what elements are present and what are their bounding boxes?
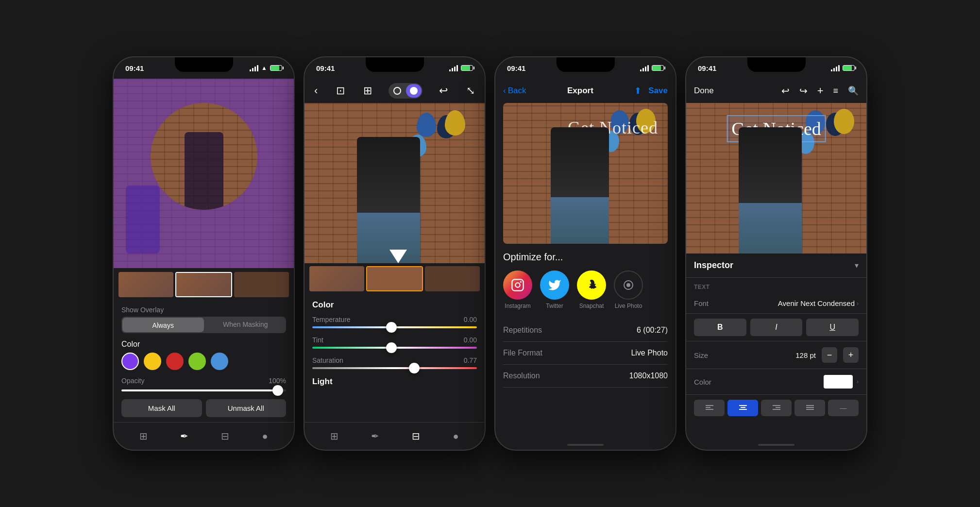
svg-rect-10 xyxy=(776,407,780,408)
twitter-item[interactable]: Twitter xyxy=(540,270,569,309)
svg-rect-6 xyxy=(739,405,747,406)
thumbnail-2-active[interactable] xyxy=(175,272,232,297)
optimize-section: Optimize for... Instagram xyxy=(495,244,676,440)
battery-icon-1 xyxy=(270,65,282,71)
align-left-button[interactable] xyxy=(694,400,725,416)
opacity-label: Opacity xyxy=(121,377,144,385)
overlay-toggle[interactable]: Always When Masking xyxy=(121,317,286,333)
temperature-slider[interactable] xyxy=(312,326,477,328)
notch-3 xyxy=(557,57,615,72)
svg-rect-7 xyxy=(741,407,745,408)
brush-icon[interactable]: ✒ xyxy=(178,428,190,444)
sliders-icon[interactable]: ⊟ xyxy=(219,428,231,444)
undo-icon[interactable]: ↩ xyxy=(437,83,450,99)
circle-icon-2[interactable]: ● xyxy=(451,429,460,444)
photo-canvas-1[interactable] xyxy=(114,79,294,268)
align-justify-button[interactable] xyxy=(794,400,825,416)
back-button[interactable]: ‹ Back xyxy=(503,86,526,96)
instagram-item[interactable]: Instagram xyxy=(503,270,532,309)
thumb2-2-active[interactable] xyxy=(366,266,423,291)
opacity-slider[interactable] xyxy=(121,389,286,391)
decrease-size-button[interactable]: − xyxy=(822,347,837,363)
text-section-label: TEXT xyxy=(686,278,866,293)
tint-slider[interactable] xyxy=(312,347,477,349)
share-icon[interactable]: ⬆ xyxy=(634,85,642,96)
redo-icon-4[interactable]: ↪ xyxy=(799,85,808,97)
livephoto-item[interactable]: Live Photo xyxy=(614,270,643,309)
signal-bars-2 xyxy=(449,65,458,71)
opacity-thumb[interactable] xyxy=(272,385,283,396)
sliders-icon-2[interactable]: ⊟ xyxy=(410,428,422,444)
snapchat-item[interactable]: Snapchat xyxy=(577,270,606,309)
tint-thumb[interactable] xyxy=(386,342,397,353)
svg-point-2 xyxy=(520,281,522,283)
tint-row: Tint 0.00 xyxy=(312,336,477,349)
italic-button[interactable]: I xyxy=(750,319,803,336)
resolution-row: Resolution 1080x1080 xyxy=(503,365,668,388)
increase-size-button[interactable]: + xyxy=(843,347,859,363)
resolution-value: 1080x1080 xyxy=(629,372,668,380)
back-chevron-2[interactable]: ‹ xyxy=(312,83,320,99)
list-icon-4[interactable]: ≡ xyxy=(833,86,838,96)
font-chevron-icon: › xyxy=(857,300,859,307)
color-swatch[interactable] xyxy=(824,375,853,389)
expand-icon[interactable]: ⤡ xyxy=(464,83,477,99)
done-button[interactable]: Done xyxy=(694,86,714,96)
temperature-thumb[interactable] xyxy=(386,322,397,333)
battery-icon-2 xyxy=(461,65,473,71)
photo-canvas-2[interactable] xyxy=(304,103,485,263)
search-icon-4[interactable]: 🔍 xyxy=(848,85,859,96)
brush-icon-2[interactable]: ✒ xyxy=(369,428,381,444)
mask-all-button[interactable]: Mask All xyxy=(121,399,202,417)
notch-2 xyxy=(366,57,424,72)
thumbnail-3[interactable] xyxy=(234,272,289,297)
swatch-purple[interactable] xyxy=(121,353,139,370)
original-view-btn[interactable] xyxy=(389,84,405,98)
circle-icon[interactable]: ● xyxy=(260,429,270,444)
thumb2-3[interactable] xyxy=(425,266,480,291)
saturation-slider[interactable] xyxy=(312,367,477,369)
align-justify-icon xyxy=(806,405,814,411)
crop-icon[interactable]: ⊡ xyxy=(334,83,347,99)
swatch-blue[interactable] xyxy=(211,353,228,370)
align-right-button[interactable] xyxy=(761,400,792,416)
film-icon[interactable]: ⊞ xyxy=(137,428,150,444)
resolution-label: Resolution xyxy=(503,372,540,380)
align-center-button[interactable] xyxy=(727,400,758,416)
save-button[interactable]: Save xyxy=(648,86,668,96)
more-options-button[interactable]: — xyxy=(828,400,859,416)
swatch-yellow[interactable] xyxy=(144,353,161,370)
svg-rect-9 xyxy=(773,405,780,406)
film-icon-2[interactable]: ⊞ xyxy=(328,428,340,444)
bold-button[interactable]: B xyxy=(694,319,746,336)
swatch-red[interactable] xyxy=(166,353,184,370)
photo-canvas-4[interactable]: Get Noticed xyxy=(686,103,866,254)
svg-rect-5 xyxy=(706,409,713,410)
chevron-down-icon[interactable]: ▾ xyxy=(855,261,859,270)
bottom-toolbar-2: ⊞ ✒ ⊟ ● xyxy=(304,422,485,450)
svg-rect-0 xyxy=(512,279,523,290)
overlay-always-btn[interactable]: Always xyxy=(122,318,204,332)
overlay-masking-btn[interactable]: When Masking xyxy=(205,317,287,333)
add-icon-4[interactable]: + xyxy=(817,84,824,97)
unmask-all-button[interactable]: Unmask All xyxy=(206,399,287,417)
color-adjustments: Color Temperature 0.00 Tint 0.00 xyxy=(304,294,485,422)
thumbnail-1[interactable] xyxy=(118,272,173,297)
swatch-green[interactable] xyxy=(188,353,206,370)
svg-rect-13 xyxy=(806,407,814,408)
status-time-4: 09:41 xyxy=(698,64,716,72)
svg-rect-11 xyxy=(773,409,780,410)
inspector-panel: Inspector ▾ TEXT Font Avenir Next Conden… xyxy=(686,254,866,440)
font-row[interactable]: Font Avenir Next Condensed › xyxy=(686,293,866,314)
underline-button[interactable]: U xyxy=(806,319,859,336)
circle-cutout xyxy=(151,103,257,210)
edited-view-btn[interactable] xyxy=(406,84,422,98)
undo-icon-4[interactable]: ↩ xyxy=(781,85,790,97)
instagram-icon xyxy=(503,270,532,300)
color-preview[interactable]: › xyxy=(824,375,859,389)
thumb2-1[interactable] xyxy=(309,266,364,291)
layers-icon[interactable]: ⊞ xyxy=(361,83,374,99)
view-toggle[interactable] xyxy=(389,83,422,99)
status-icons-1: ▲ xyxy=(250,65,282,71)
saturation-thumb[interactable] xyxy=(409,363,420,373)
